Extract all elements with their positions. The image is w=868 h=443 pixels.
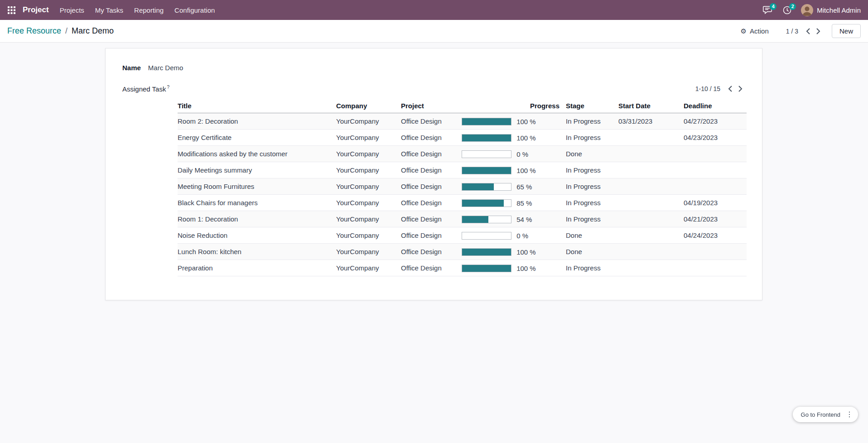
task-row[interactable]: Room 1: Decoration YourCompany Office De… (178, 211, 747, 227)
column-header-start-date[interactable]: Start Date (618, 99, 684, 113)
task-title-cell: Preparation (178, 260, 336, 276)
progress-percent-label: 100 % (516, 134, 536, 142)
task-title-cell: Meeting Room Furnitures (178, 178, 336, 195)
task-table-header-row: Title Company Project Progress Stage Sta… (178, 99, 747, 113)
user-name: Mitchell Admin (817, 6, 861, 14)
progress-percent-label: 85 % (516, 199, 532, 207)
task-company-cell: YourCompany (336, 178, 401, 195)
task-row[interactable]: Black Chairs for managers YourCompany Of… (178, 195, 747, 211)
task-start-date-cell (618, 178, 684, 195)
task-title-cell: Black Chairs for managers (178, 195, 336, 211)
task-deadline-cell: 04/19/2023 (684, 195, 747, 211)
kebab-icon: ⋮ (846, 411, 853, 418)
task-start-date-cell: 03/31/2023 (618, 113, 684, 130)
task-deadline-cell: 04/27/2023 (684, 113, 747, 130)
task-progress-cell: 54 % (462, 211, 566, 227)
progress-bar (462, 248, 511, 256)
activities-button[interactable]: 2 (778, 3, 796, 18)
progress-bar (462, 232, 511, 240)
column-header-company[interactable]: Company (336, 99, 401, 113)
task-progress-cell: 100 % (462, 260, 566, 276)
navbar-right: 4 2 Mitchell Admin (758, 2, 862, 18)
column-header-title[interactable]: Title (178, 99, 336, 113)
breadcrumb-parent[interactable]: Free Resource (7, 26, 61, 36)
fab-kebab-button[interactable]: ⋮ (843, 408, 856, 421)
task-project-cell: Office Design (401, 227, 462, 244)
task-stage-cell: In Progress (566, 178, 618, 195)
column-header-progress[interactable]: Progress (462, 99, 566, 113)
task-project-cell: Office Design (401, 244, 462, 260)
task-title-cell: Noise Reduction (178, 227, 336, 244)
field-help-marker: ? (167, 85, 169, 90)
apps-menu-button[interactable] (4, 4, 19, 17)
progress-bar (462, 167, 511, 174)
task-row[interactable]: Lunch Room: kitchen YourCompany Office D… (178, 244, 747, 260)
progress-percent-label: 0 % (516, 232, 528, 240)
control-panel-right: ⚙ Action 1 / 3 New (737, 24, 861, 38)
progress-bar-fill (462, 249, 511, 255)
task-stage-cell: Done (566, 146, 618, 162)
app-name[interactable]: Project (19, 5, 54, 14)
task-row[interactable]: Meeting Room Furnitures YourCompany Offi… (178, 178, 747, 195)
progress-bar-fill (462, 183, 494, 190)
task-project-cell: Office Design (401, 162, 462, 178)
progress-percent-label: 54 % (516, 216, 532, 223)
task-project-cell: Office Design (401, 130, 462, 146)
task-start-date-cell (618, 195, 684, 211)
name-field-row: Name Marc Demo (122, 64, 762, 72)
assigned-task-table: Title Company Project Progress Stage Sta… (178, 99, 747, 276)
task-title-cell: Room 2: Decoration (178, 113, 336, 130)
task-deadline-cell (684, 146, 747, 162)
next-record-button[interactable] (813, 25, 824, 38)
nav-item-reporting[interactable]: Reporting (129, 1, 169, 19)
task-deadline-cell (684, 260, 747, 276)
main-content: Name Marc Demo Assigned Task? 1-10 / 15 (0, 43, 868, 443)
go-to-frontend-button[interactable]: Go to Frontend (799, 409, 842, 421)
task-title-cell: Energy Certificate (178, 130, 336, 146)
task-row[interactable]: Noise Reduction YourCompany Office Desig… (178, 227, 747, 244)
task-company-cell: YourCompany (336, 227, 401, 244)
column-header-project[interactable]: Project (401, 99, 462, 113)
task-row[interactable]: Preparation YourCompany Office Design 10… (178, 260, 747, 276)
task-title-cell: Modifications asked by the customer (178, 146, 336, 162)
column-header-stage[interactable]: Stage (566, 99, 618, 113)
avatar (801, 4, 813, 16)
task-row[interactable]: Room 2: Decoration YourCompany Office De… (178, 113, 747, 130)
task-stage-cell: In Progress (566, 113, 618, 130)
task-project-cell: Office Design (401, 260, 462, 276)
action-menu-button[interactable]: ⚙ Action (737, 24, 772, 38)
task-company-cell: YourCompany (336, 195, 401, 211)
list-prev-button[interactable] (725, 82, 735, 95)
task-company-cell: YourCompany (336, 162, 401, 178)
nav-item-projects[interactable]: Projects (54, 1, 90, 19)
task-row[interactable]: Modifications asked by the customer Your… (178, 146, 747, 162)
task-table-body: Room 2: Decoration YourCompany Office De… (178, 113, 747, 276)
user-menu[interactable]: Mitchell Admin (797, 2, 862, 18)
name-field-value[interactable]: Marc Demo (148, 64, 183, 72)
task-deadline-cell (684, 244, 747, 260)
column-header-deadline[interactable]: Deadline (684, 99, 747, 113)
messages-button[interactable]: 4 (758, 3, 777, 17)
task-company-cell: YourCompany (336, 260, 401, 276)
prev-record-button[interactable] (803, 25, 813, 38)
assigned-task-header-row: Assigned Task? 1-10 / 15 (122, 82, 746, 95)
progress-bar-fill (462, 216, 488, 223)
activities-badge: 2 (789, 3, 796, 10)
progress-bar-fill (462, 167, 511, 174)
task-progress-cell: 65 % (462, 178, 566, 195)
chevron-left-icon (806, 28, 810, 34)
nav-item-my-tasks[interactable]: My Tasks (90, 1, 129, 19)
task-deadline-cell: 04/21/2023 (684, 211, 747, 227)
task-row[interactable]: Energy Certificate YourCompany Office De… (178, 130, 747, 146)
task-deadline-cell: 04/24/2023 (684, 227, 747, 244)
new-button[interactable]: New (832, 24, 861, 38)
list-pager-count: 1-10 / 15 (695, 85, 720, 92)
task-start-date-cell (618, 211, 684, 227)
progress-bar (462, 265, 511, 272)
list-next-button[interactable] (735, 82, 746, 95)
task-row[interactable]: Daily Meetings summary YourCompany Offic… (178, 162, 747, 178)
task-start-date-cell (618, 227, 684, 244)
nav-item-configuration[interactable]: Configuration (169, 1, 220, 19)
progress-bar-fill (462, 265, 511, 272)
task-stage-cell: In Progress (566, 195, 618, 211)
